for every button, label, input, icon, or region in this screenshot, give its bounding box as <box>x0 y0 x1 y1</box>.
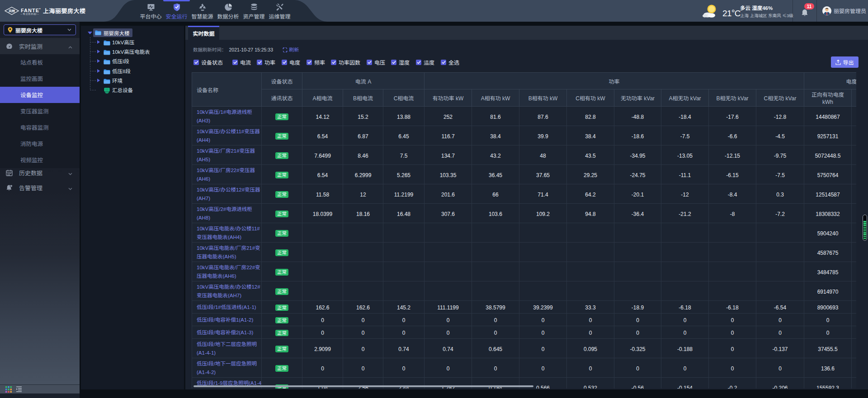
tree-node-低压II段[interactable]: 低压II段 <box>81 66 184 76</box>
sidebar-item-变压器监测[interactable]: 变压器监测 <box>0 103 80 119</box>
device-name-link[interactable]: 低压I段/电容补偿1(A1-2) <box>192 314 262 326</box>
tree-node-10kV高压电能表[interactable]: 10kV高压电能表 <box>81 47 184 56</box>
filter-checkbox-功率[interactable]: 功率 <box>257 59 275 65</box>
nav-item-运维管理[interactable]: 运维管理 <box>267 0 292 22</box>
caret-right-icon[interactable] <box>97 40 100 44</box>
checkbox-checked-icon <box>367 60 372 65</box>
sidebar-item-设备监控[interactable]: 设备监控 <box>0 87 80 103</box>
tree-node-label: 汇总设备 <box>112 85 133 95</box>
col-header-extra <box>852 89 856 107</box>
value-cell: -6.6 <box>709 126 756 145</box>
value-cell: 0 <box>472 326 519 339</box>
value-cell <box>852 184 856 204</box>
sidebar-item-站点看板[interactable]: 站点看板 <box>0 54 80 70</box>
tree-node-汇总设备[interactable]: 汇总设备 <box>81 85 184 95</box>
caret-down-icon[interactable] <box>88 32 92 34</box>
refresh-time-label: 数据刷新时间： <box>193 46 226 53</box>
filter-checkbox-湿度[interactable]: 湿度 <box>391 59 410 65</box>
tree-node-环境[interactable]: 环境 <box>81 76 184 85</box>
filter-checkbox-设备状态[interactable]: 设备状态 <box>193 59 223 65</box>
value-cell: 0 <box>425 314 472 326</box>
value-cell: 8.46 <box>343 145 383 165</box>
device-name-link[interactable]: 低压I段/1#低压进线(A1-1) <box>192 301 262 314</box>
filter-checkbox-温度[interactable]: 温度 <box>416 59 434 65</box>
value-cell <box>852 281 856 301</box>
export-button[interactable]: 导出 <box>831 56 859 68</box>
station-selector[interactable]: 丽婴房大楼 <box>4 24 76 35</box>
device-name-link[interactable]: 10kV高压/办公楼12#变压器(AH7) <box>192 184 262 204</box>
value-cell: 0.3 <box>756 184 804 204</box>
value-cell <box>852 326 856 339</box>
value-cell <box>383 281 425 301</box>
nav-label: 智慧能源 <box>191 13 213 19</box>
tree-node-10kV高压[interactable]: 10kV高压 <box>81 37 184 47</box>
status-badge: 正常 <box>275 152 288 159</box>
value-cell <box>425 262 472 281</box>
nav-item-数据分析[interactable]: 数据分析 <box>215 0 241 22</box>
sidebar-group-实时监测[interactable]: 实时监测 <box>0 38 80 54</box>
value-cell: 0 <box>709 339 756 358</box>
filter-checkbox-功率因数[interactable]: 功率因数 <box>331 59 360 65</box>
device-name-link[interactable]: 10kV高压/厂房21#变压器(AH5) <box>192 145 262 165</box>
refresh-button[interactable]: 刷新 <box>283 46 299 53</box>
value-cell: 0 <box>425 326 472 339</box>
device-name-link[interactable]: 10kV高压/厂房22#变压器(AH6) <box>192 165 262 184</box>
sidebar-group-告警管理[interactable]: 告警管理 <box>0 179 80 196</box>
nav-item-资产管理[interactable]: 资产管理 <box>241 0 267 22</box>
status-cell: 正常 <box>262 326 302 339</box>
value-cell <box>852 107 856 126</box>
value-cell: 6.87 <box>343 126 383 145</box>
caret-right-icon[interactable] <box>97 69 100 73</box>
nav-item-智慧能源[interactable]: 智慧能源 <box>189 0 215 22</box>
device-name-link[interactable]: 10kV高压电能表/办公楼12#变压器电能表(AH7) <box>192 281 262 301</box>
tab-realtime-data[interactable]: 实时数据 <box>188 26 219 40</box>
caret-right-icon[interactable] <box>97 59 100 63</box>
col-header-B相有功 kW: B相有功 kW <box>519 89 567 107</box>
vertical-scrollbar-thumb[interactable] <box>863 215 867 241</box>
col-header-A相电流: A相电流 <box>302 89 343 107</box>
nav-item-平台中心[interactable]: 平台中心 <box>138 0 164 22</box>
filter-checkbox-频率[interactable]: 频率 <box>307 59 325 65</box>
nav-item-安全运行[interactable]: 安全运行 <box>164 0 189 22</box>
device-data-table: 设备名称设备状态电流 A功率电度 通讯状态A相电流B相电流C相电流有功功率 kW… <box>192 72 856 389</box>
value-cell: -36.4 <box>614 204 661 223</box>
caret-right-icon[interactable] <box>97 50 100 53</box>
sidebar-group-历史数据[interactable]: 历史数据 <box>0 164 80 181</box>
filter-checkbox-电压[interactable]: 电压 <box>367 59 385 65</box>
value-cell: 87.6 <box>519 107 567 126</box>
filter-checkbox-电流[interactable]: 电流 <box>232 59 251 65</box>
filter-label: 设备状态 <box>201 59 223 65</box>
filter-checkbox-电度[interactable]: 电度 <box>282 59 300 65</box>
device-name-link[interactable]: 10kV高压/1#电源进线柜(AH3) <box>192 107 262 126</box>
device-name-link[interactable]: 10kV高压电能表/厂房21#变压器电能表(AH5) <box>192 243 262 262</box>
value-cell: 38.4 <box>567 126 614 145</box>
tree-node-低压I段[interactable]: 低压I段 <box>81 56 184 66</box>
value-cell <box>614 281 661 301</box>
notification-bell[interactable]: 11 <box>793 0 816 22</box>
checkbox-checked-icon <box>391 60 396 65</box>
device-name-link[interactable]: 低压I段/地下二层应急照明(A1-4-1) <box>192 339 262 358</box>
device-data-table-container: 设备名称设备状态电流 A功率电度 通讯状态A相电流B相电流C相电流有功功率 kW… <box>192 72 856 389</box>
device-name-link[interactable]: 低压I段/电容补偿2(A1-3) <box>192 326 262 339</box>
sidebar-item-电容器监测[interactable]: 电容器监测 <box>0 119 80 136</box>
scrollbar-fill <box>863 221 866 240</box>
sidebar-item-监控画面[interactable]: 监控画面 <box>0 70 80 87</box>
sidebar-item-消防电源[interactable]: 消防电源 <box>0 136 80 152</box>
device-name-link[interactable]: 10kV高压电能表/厂房22#变压器电能表(AH6) <box>192 262 262 281</box>
filter-checkbox-row: 设备状态电流功率电度频率功率因数电压湿度温度全选 <box>185 59 868 65</box>
horizontal-scrollbar-thumb[interactable] <box>193 385 533 387</box>
device-name-link[interactable]: 10kV高压/办公楼11#变压器(AH4) <box>192 126 262 145</box>
device-name-link[interactable]: 低压I段/地下一层应急照明(A1-4-2) <box>192 358 262 378</box>
apps-grid-icon[interactable] <box>5 386 12 393</box>
filter-checkbox-全选[interactable]: 全选 <box>441 59 459 65</box>
caret-right-icon[interactable] <box>97 79 100 82</box>
list-outline-icon[interactable] <box>16 386 23 393</box>
device-name-link[interactable]: 10kV高压电能表/办公楼11#变压器电能表(AH4) <box>192 223 262 243</box>
value-cell: 0 <box>567 358 614 378</box>
value-cell: 11.58 <box>302 184 343 204</box>
device-name-link[interactable]: 10kV高压/2#电源进线柜(AH8) <box>192 204 262 223</box>
user-menu[interactable]: 丽婴房管理员 <box>816 0 868 22</box>
value-cell: -34.95 <box>614 145 661 165</box>
value-cell: -6.54 <box>756 301 804 314</box>
value-cell: -0.56 <box>614 378 661 389</box>
